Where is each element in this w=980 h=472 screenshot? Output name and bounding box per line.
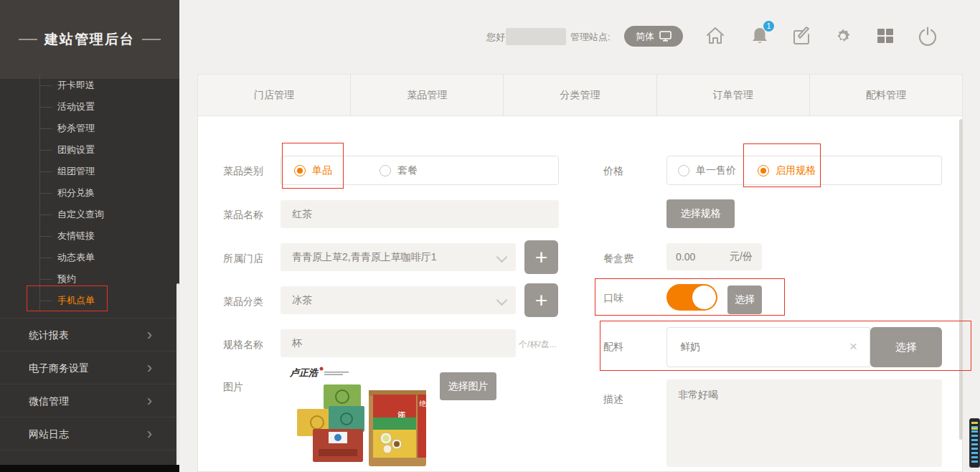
browser-extension-widget[interactable] [969, 418, 980, 468]
ingredient-choose-button[interactable]: 选择 [870, 327, 942, 367]
app-title: 建站管理后台 [44, 30, 135, 49]
taste-toggle-on[interactable] [666, 284, 717, 311]
chevron-right-icon: › [147, 318, 152, 351]
sidebar-item-points-exchange[interactable]: 积分兑换 [0, 182, 179, 204]
section-label: 微信管理 [29, 395, 69, 407]
box-fee-unit: 元/份 [730, 250, 753, 263]
sidebar-item-activity-settings[interactable]: 活动设置 [0, 96, 179, 118]
section-label: 统计报表 [29, 329, 69, 341]
apps-grid-icon[interactable] [875, 26, 895, 46]
content-card: 门店管理 菜品管理 分类管理 订单管理 配料管理 菜品类别 单品 套餐 菜品名称… [197, 74, 963, 472]
sidebar-item-dynamic-form[interactable]: 动态表单 [0, 247, 179, 268]
spec-name-value: 杯 [292, 337, 302, 350]
store-select[interactable]: 青青原上草2,青青原上草咖啡厅1 [281, 243, 516, 271]
logo-dash-left [19, 39, 37, 40]
sidebar-item-group-manage[interactable]: 组团管理 [0, 161, 179, 182]
logo: 建站管理后台 [0, 0, 179, 79]
sidebar-item-seckill[interactable]: 秒杀管理 [0, 118, 179, 139]
sidebar-item-groupbuy[interactable]: 团购设置 [0, 139, 179, 161]
ingredient-label: 配料 [603, 341, 623, 354]
dish-name-label: 菜品名称 [223, 209, 263, 222]
language-label: 简体 [636, 30, 654, 43]
price-type-group: 单一售价 启用规格 [666, 156, 942, 185]
dish-name-input[interactable]: 红茶 [281, 200, 559, 228]
radio-single-price-label[interactable]: 单一售价 [696, 164, 736, 177]
sidebar-item-mobile-order[interactable]: 手机点单 [0, 290, 179, 311]
tab-dish-manage[interactable]: 菜品管理 [351, 75, 504, 115]
spec-name-input[interactable]: 杯 [281, 329, 516, 357]
dish-type-label: 菜品类别 [223, 165, 263, 178]
home-icon[interactable] [705, 26, 725, 46]
section-label: 网站日志 [29, 428, 69, 440]
choose-spec-button[interactable]: 选择规格 [666, 199, 735, 228]
box-fee-value: 0.00 [676, 251, 695, 263]
edit-icon[interactable] [791, 26, 811, 46]
spec-name-label: 规格名称 [223, 339, 263, 351]
tab-category-manage[interactable]: 分类管理 [504, 75, 656, 115]
clear-ingredient-icon[interactable]: × [849, 339, 857, 354]
sidebar: 建站管理后台 开卡即送 活动设置 秒杀管理 团购设置 组团管理 积分兑换 自定义… [0, 0, 179, 472]
settings-gear-icon[interactable] [833, 26, 853, 46]
svg-text:卢正浩: 卢正浩 [289, 367, 319, 378]
radio-single-dish[interactable] [294, 165, 306, 176]
sidebar-item-custom-query[interactable]: 自定义查询 [0, 204, 179, 225]
chevron-right-icon: › [147, 384, 152, 417]
choose-image-button[interactable]: 选择图片 [440, 372, 496, 400]
dish-photo: 卢正浩 江南 绝 [284, 364, 431, 471]
manage-site-label: 管理站点: [570, 31, 611, 44]
chevron-right-icon: › [147, 417, 152, 450]
tab-ingredient-manage[interactable]: 配料管理 [810, 75, 962, 115]
sidebar-scrollbar[interactable] [176, 283, 179, 466]
site-language-button[interactable]: 简体 [624, 26, 683, 47]
radio-enable-spec-label[interactable]: 启用规格 [776, 164, 816, 177]
sidebar-menu: 开卡即送 活动设置 秒杀管理 团购设置 组团管理 积分兑换 自定义查询 友情链接… [0, 75, 179, 311]
category-select[interactable]: 冰茶 [281, 286, 516, 314]
monitor-icon [659, 31, 672, 42]
add-category-button[interactable]: + [524, 283, 558, 317]
notification-badge: 1 [763, 21, 774, 32]
sidebar-item-friend-links[interactable]: 友情链接 [0, 225, 179, 247]
radio-single-price[interactable] [678, 165, 689, 176]
box-fee-label: 餐盒费 [603, 252, 633, 265]
section-divider [0, 450, 179, 450]
box-fee-input[interactable]: 0.00 元/份 [666, 243, 762, 270]
description-label: 描述 [603, 393, 623, 406]
sidebar-bottom-strip [0, 465, 179, 472]
notifications-bell-icon[interactable]: 1 [750, 26, 770, 46]
sidebar-section-site-log[interactable]: 网站日志 › [0, 417, 179, 450]
radio-single-dish-label[interactable]: 单品 [312, 164, 332, 177]
sidebar-section-wechat[interactable]: 微信管理 › [0, 384, 179, 417]
sidebar-section-ecommerce[interactable]: 电子商务设置 › [0, 351, 179, 384]
tab-store-manage[interactable]: 门店管理 [198, 75, 351, 115]
form-scrollbar[interactable] [959, 119, 963, 440]
category-value: 冰茶 [292, 294, 312, 307]
sidebar-item-reservation[interactable]: 预约 [0, 268, 179, 290]
ingredient-value: 鲜奶 [680, 341, 700, 354]
power-logout-icon[interactable] [918, 26, 938, 46]
top-header: 您好 管理站点: 简体 1 [179, 0, 980, 74]
tab-order-manage[interactable]: 订单管理 [657, 75, 810, 115]
image-label: 图片 [223, 381, 243, 394]
radio-enable-spec[interactable] [758, 165, 769, 176]
description-textarea[interactable]: 非常好喝 [666, 379, 942, 467]
svg-text:绝: 绝 [419, 400, 427, 407]
toggle-knob [692, 285, 716, 309]
tab-bar: 门店管理 菜品管理 分类管理 订单管理 配料管理 [198, 75, 962, 116]
dish-name-value: 红茶 [292, 208, 312, 221]
sidebar-section-statistics[interactable]: 统计报表 › [0, 318, 179, 351]
spec-name-hint: 个/杯/盘... [519, 339, 557, 351]
store-label: 所属门店 [223, 252, 263, 265]
logo-dash-right [142, 39, 161, 40]
admin-app: 建站管理后台 开卡即送 活动设置 秒杀管理 团购设置 组团管理 积分兑换 自定义… [0, 0, 980, 472]
add-store-button[interactable]: + [524, 240, 558, 274]
sidebar-item-card-gift[interactable]: 开卡即送 [0, 75, 179, 96]
radio-combo[interactable] [380, 165, 391, 176]
taste-label: 口味 [603, 292, 623, 305]
ingredient-input[interactable]: 鲜奶 [666, 327, 870, 367]
radio-combo-label[interactable]: 套餐 [397, 164, 418, 177]
description-value: 非常好喝 [678, 389, 718, 402]
dish-type-group: 单品 套餐 [281, 156, 559, 185]
greeting-text: 您好 [486, 31, 505, 44]
username-redacted [506, 28, 566, 45]
taste-choose-button[interactable]: 选择 [727, 285, 762, 314]
